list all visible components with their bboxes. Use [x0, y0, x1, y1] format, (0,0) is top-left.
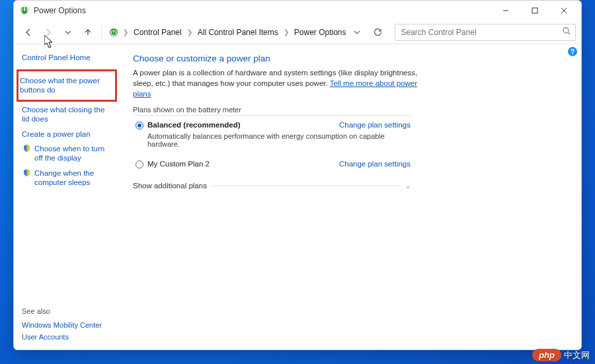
up-button[interactable]: [79, 23, 97, 42]
power-options-window: Power Options ❯ Control Panel ❯ All Cont…: [13, 0, 582, 350]
show-additional-plans[interactable]: Show additional plans ⌄: [133, 182, 411, 190]
sidebar-item-label: Choose what the power buttons do: [20, 76, 111, 95]
sidebar-item-label: Choose what closing the lid does: [22, 105, 113, 124]
radio-custom[interactable]: [136, 161, 143, 168]
svg-point-3: [563, 28, 569, 33]
forward-button[interactable]: [39, 23, 58, 42]
breadcrumb-item-all-items[interactable]: All Control Panel Items: [196, 25, 280, 40]
sidebar-item-label: Change when the computer sleeps: [34, 168, 113, 188]
plans-section-label: Plans shown on the battery meter: [133, 106, 411, 116]
sidebar-link-computer-sleeps[interactable]: Change when the computer sleeps: [22, 166, 114, 190]
see-also-user-accounts[interactable]: User Accounts: [22, 331, 114, 343]
window-title: Power Options: [34, 6, 86, 15]
navbar: ❯ Control Panel ❯ All Control Panel Item…: [14, 20, 581, 44]
expander-label: Show additional plans: [133, 182, 207, 190]
page-heading: Choose or customize a power plan: [133, 54, 567, 63]
svg-rect-1: [532, 8, 537, 13]
minimize-button[interactable]: [491, 1, 520, 20]
sidebar-link-power-buttons[interactable]: Choose what the power buttons do: [20, 74, 112, 97]
plan-name-custom[interactable]: My Custom Plan 2: [147, 160, 210, 168]
content-area: ? Control Panel Home Choose what the pow…: [14, 44, 581, 349]
highlight-box: Choose what the power buttons do: [17, 69, 117, 102]
sidebar: Control Panel Home Choose what the power…: [14, 44, 118, 349]
chevron-down-icon: ⌄: [405, 182, 411, 190]
sidebar-link-create-plan[interactable]: Create a power plan: [22, 127, 114, 141]
sidebar-item-label: Create a power plan: [22, 129, 91, 139]
close-button[interactable]: [549, 1, 578, 20]
see-also-section: See also Windows Mobility Center User Ac…: [22, 287, 114, 343]
watermark: php 中文网: [532, 349, 590, 361]
see-also-mobility-center[interactable]: Windows Mobility Center: [22, 319, 114, 331]
watermark-badge: php: [532, 349, 561, 361]
search-input[interactable]: [395, 24, 576, 41]
change-plan-settings-link[interactable]: Change plan settings: [339, 121, 411, 129]
refresh-button[interactable]: [368, 23, 387, 42]
page-description: A power plan is a collection of hardware…: [133, 67, 424, 99]
plan-row-balanced: Balanced (recommended) Change plan setti…: [133, 116, 411, 131]
control-panel-home-link[interactable]: Control Panel Home: [22, 51, 114, 67]
titlebar: Power Options: [14, 1, 581, 20]
back-button[interactable]: [19, 23, 38, 42]
expander-line: [212, 186, 400, 186]
recent-locations-button[interactable]: [59, 23, 77, 42]
maximize-button[interactable]: [520, 1, 549, 20]
chevron-right-icon: ❯: [186, 28, 194, 36]
watermark-text: 中文网: [564, 349, 590, 361]
plan-row-custom: My Custom Plan 2 Change plan settings: [133, 155, 411, 170]
breadcrumb-item-power-options[interactable]: Power Options: [293, 25, 348, 40]
plan-description-balanced: Automatically balances performance with …: [133, 132, 397, 148]
sidebar-link-turn-off-display[interactable]: Choose when to turn off the display: [22, 142, 114, 165]
breadcrumb-item-control-panel[interactable]: Control Panel: [132, 25, 183, 40]
chevron-right-icon: ❯: [122, 28, 130, 36]
radio-balanced[interactable]: [136, 122, 143, 129]
sidebar-item-label: Choose when to turn off the display: [34, 144, 113, 163]
plan-name-balanced[interactable]: Balanced (recommended): [147, 121, 241, 129]
search-icon: [562, 26, 571, 38]
see-also-label: See also: [22, 307, 114, 315]
separator: [101, 26, 102, 39]
main-panel: Choose or customize a power plan A power…: [118, 44, 581, 349]
breadcrumb: ❯ Control Panel ❯ All Control Panel Item…: [106, 25, 363, 40]
breadcrumb-icon: [108, 27, 119, 38]
sidebar-link-closing-lid[interactable]: Choose what closing the lid does: [22, 103, 114, 126]
shield-icon: [23, 169, 30, 176]
chevron-right-icon: ❯: [282, 28, 290, 36]
breadcrumb-dropdown[interactable]: [351, 26, 363, 38]
change-plan-settings-link[interactable]: Change plan settings: [339, 160, 411, 168]
search-field[interactable]: [399, 27, 562, 38]
app-icon: [19, 5, 30, 16]
shield-icon: [23, 145, 30, 152]
